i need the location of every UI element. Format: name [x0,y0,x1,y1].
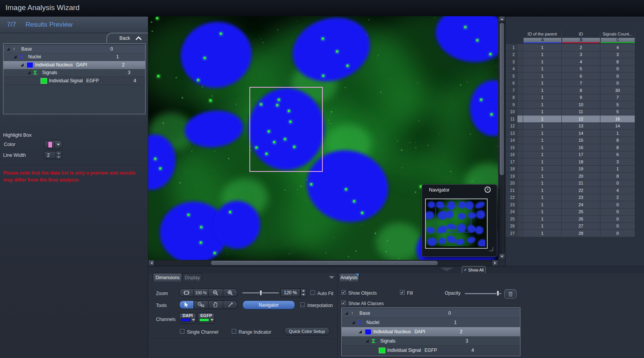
fit-view-button[interactable] [179,288,194,297]
vertical-scrollbar-thumb[interactable] [499,22,505,176]
table-row-17[interactable]: 171183 [506,158,635,166]
opacity-slider-thumb[interactable] [497,290,499,296]
table-row-12[interactable]: 1211314 [506,123,635,130]
row-selector[interactable] [517,151,523,159]
tree-row-base[interactable]: ↑Base0 [3,45,145,53]
table-row-22[interactable]: 221232 [506,194,635,202]
scroll-right-button[interactable] [492,260,498,266]
row-selector[interactable] [517,101,523,109]
table-row-1[interactable]: 1124 [506,44,635,51]
highlight-color-dropdown[interactable] [44,140,63,149]
table-row-3[interactable]: 3148 [506,58,635,66]
table-column-header-id-of-the-parent[interactable]: ID of the parent [523,30,562,37]
table-row-23[interactable]: 231240 [506,201,635,209]
tree-row-individual-nucleus[interactable]: Individual NucleusDAPI2 [342,327,520,336]
row-selector[interactable] [517,80,523,87]
row-selector[interactable] [517,51,523,59]
picker-tool-button[interactable] [223,300,238,309]
tab-display[interactable]: Display [182,273,202,282]
line-width-stepper[interactable]: 2 ▲ ▼ [44,151,62,159]
table-column-header-signals-count-[interactable]: Signals Count... [600,30,635,37]
row-selector[interactable] [517,137,523,144]
table-row-4[interactable]: 4150 [506,66,635,73]
select-tool-button[interactable] [179,300,194,309]
opacity-slider-track[interactable] [465,293,501,295]
tree-row-individual-signal[interactable]: Individual SignalEGFP4 [342,346,520,355]
zoom-100-button[interactable]: 100 % [194,288,208,297]
table-row-20[interactable]: 201210 [506,180,635,187]
table-row-5[interactable]: 5160 [506,73,635,80]
tree-row-nuclei[interactable]: ΣNuclei1 [342,318,520,327]
auto-fit-checkbox[interactable] [310,290,315,295]
navigator-window[interactable]: Navigator ✕ [422,184,497,257]
zoom-up-button[interactable] [300,288,306,293]
table-letter-header-b[interactable]: B [562,37,600,43]
row-selector[interactable] [517,66,523,73]
table-row-24[interactable]: 241250 [506,209,635,216]
scroll-up-button[interactable] [499,16,505,22]
back-button[interactable]: Back [107,33,148,43]
table-row-18[interactable]: 181191 [506,166,635,173]
expander-icon[interactable] [345,312,348,315]
row-selector[interactable] [517,58,523,66]
channel-egfp-button[interactable]: EGFP [198,313,215,324]
tree-row-individual-signal[interactable]: Individual SignalEGFP4 [3,77,145,85]
row-selector[interactable] [517,94,523,102]
tab-analysis[interactable]: Analysis [339,273,359,282]
table-row-9[interactable]: 91105 [506,101,635,109]
expander-icon[interactable] [20,63,24,66]
row-selector[interactable] [517,201,523,209]
scroll-left-button[interactable] [148,260,154,266]
tree-row-individual-nucleus[interactable]: Individual NucleusDAPI2 [3,61,145,69]
tree-row-nuclei[interactable]: ΣNuclei1 [3,53,145,61]
zoom-percent-field[interactable]: 120 % [280,288,300,297]
expander-icon[interactable] [27,71,31,74]
tree-row-base[interactable]: ↑Base0 [342,309,520,318]
channel-dapi-button[interactable]: DAPI [179,313,196,324]
table-row-11[interactable]: 1111216 [506,115,635,123]
line-width-up-button[interactable]: ▲ [56,151,61,155]
table-row-27[interactable]: 271280 [506,230,635,237]
row-selector[interactable] [517,123,523,130]
row-selector[interactable] [517,130,523,137]
row-selector[interactable] [517,230,523,237]
pan-tool-button[interactable] [208,300,223,309]
table-letter-header-a[interactable]: A [523,37,562,43]
expander-icon[interactable] [14,55,17,58]
row-selector[interactable] [517,194,523,202]
navigator-button[interactable]: Navigator [242,300,295,309]
table-row-25[interactable]: 251260 [506,215,635,223]
panel-caret-icon[interactable] [329,276,334,279]
quick-color-setup-button[interactable]: Quick Color Setup [284,327,330,335]
zoom-slider-thumb[interactable] [259,290,262,296]
tab-dimensions[interactable]: Dimensions [153,273,182,282]
table-row-15[interactable]: 151168 [506,144,635,151]
expander-icon[interactable] [7,48,10,51]
expander-icon[interactable] [359,330,362,333]
row-selector[interactable] [517,173,523,180]
row-selector[interactable] [517,73,523,80]
expander-icon[interactable] [352,321,355,324]
range-indicator-checkbox[interactable] [232,329,236,334]
show-objects-checkbox[interactable]: ✓ [341,290,346,295]
table-row-13[interactable]: 131141 [506,130,635,137]
row-selector[interactable] [517,166,523,173]
row-selector[interactable] [517,115,523,123]
table-column-header-id[interactable]: ID [562,30,600,37]
row-selector[interactable] [517,158,523,166]
table-letter-header-c[interactable]: C [600,37,635,43]
row-selector[interactable] [517,223,523,230]
zoom-in-button[interactable] [223,288,238,297]
show-all-toggle[interactable]: ✓ Show All [462,266,486,273]
scroll-down-button[interactable] [499,253,505,260]
interpolation-checkbox[interactable] [300,302,305,307]
row-selector[interactable] [517,144,523,151]
horizontal-scrollbar-thumb[interactable] [210,260,438,266]
expander-icon[interactable] [366,339,369,343]
table-row-26[interactable]: 261270 [506,223,635,230]
collapse-caret-icon[interactable] [440,268,453,271]
close-icon[interactable]: ✕ [485,187,491,193]
table-row-19[interactable]: 191208 [506,173,635,180]
row-selector[interactable] [517,180,523,187]
line-width-down-button[interactable]: ▼ [56,155,61,159]
